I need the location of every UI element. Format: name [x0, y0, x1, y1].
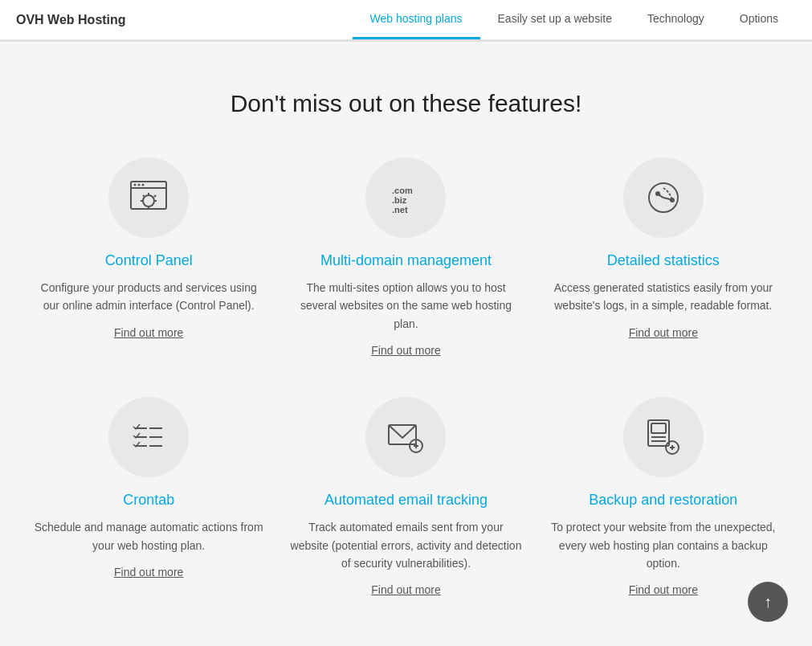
nav-link-easily-set-up-a-website[interactable]: Easily set up a website: [480, 0, 630, 39]
automated-email-icon: [365, 397, 446, 477]
control-panel-title: Control Panel: [105, 252, 193, 269]
nav-brand[interactable]: OVH Web Hosting: [16, 13, 126, 27]
multi-domain-title: Multi-domain management: [320, 252, 492, 269]
svg-point-9: [134, 184, 137, 186]
feature-card-crontab: CrontabSchedule and manage automatic act…: [32, 397, 265, 596]
svg-line-7: [143, 195, 145, 197]
control-panel-description: Configure your products and services usi…: [32, 279, 265, 315]
nav-link-options[interactable]: Options: [722, 0, 796, 39]
control-panel-icon: [108, 157, 189, 238]
crontab-link[interactable]: Find out more: [114, 566, 183, 579]
main-content: Don't miss out on these features! Contro…: [0, 42, 812, 628]
detailed-statistics-description: Access generated statistics easily from …: [547, 279, 780, 315]
backup-restoration-icon: [623, 397, 704, 477]
crontab-title: Crontab: [123, 492, 174, 509]
nav-links: Web hosting plansEasily set up a website…: [353, 0, 796, 39]
backup-restoration-description: To protect your website from the unexpec…: [547, 518, 780, 572]
feature-card-multi-domain: .com .biz .net Multi-domain managementTh…: [289, 157, 522, 357]
multi-domain-icon: .com .biz .net: [365, 157, 446, 238]
automated-email-link[interactable]: Find out more: [371, 583, 440, 596]
navbar: OVH Web Hosting Web hosting plansEasily …: [0, 0, 812, 42]
automated-email-title: Automated email tracking: [324, 492, 488, 509]
svg-text:.net: .net: [392, 205, 408, 215]
detailed-statistics-icon: [623, 157, 704, 238]
backup-restoration-link[interactable]: Find out more: [629, 583, 698, 596]
svg-point-10: [138, 184, 141, 186]
feature-card-control-panel: Control PanelConfigure your products and…: [32, 157, 265, 357]
control-panel-link[interactable]: Find out more: [114, 326, 183, 339]
feature-card-backup-restoration: Backup and restorationTo protect your we…: [547, 397, 780, 596]
crontab-icon: [108, 397, 189, 477]
multi-domain-link[interactable]: Find out more: [371, 344, 440, 357]
section-title: Don't miss out on these features!: [32, 90, 780, 117]
detailed-statistics-title: Detailed statistics: [607, 252, 720, 269]
automated-email-description: Track automated emails sent from your we…: [289, 518, 522, 572]
nav-link-technology[interactable]: Technology: [630, 0, 722, 39]
svg-line-8: [154, 195, 156, 197]
features-grid: Control PanelConfigure your products and…: [32, 157, 780, 596]
feature-card-detailed-statistics: Detailed statisticsAccess generated stat…: [547, 157, 780, 357]
svg-text:.com: .com: [392, 186, 413, 195]
detailed-statistics-link[interactable]: Find out more: [629, 326, 698, 339]
back-to-top-button[interactable]: ↑: [748, 582, 788, 622]
svg-rect-29: [651, 423, 666, 433]
feature-card-automated-email: Automated email trackingTrack automated …: [289, 397, 522, 596]
crontab-description: Schedule and manage automatic actions fr…: [32, 518, 265, 554]
svg-text:.biz: .biz: [392, 195, 407, 205]
svg-point-11: [142, 184, 145, 186]
nav-link-web-hosting-plans[interactable]: Web hosting plans: [353, 0, 480, 39]
multi-domain-description: The multi-sites option allows you to hos…: [289, 279, 522, 333]
backup-restoration-title: Backup and restoration: [589, 492, 737, 509]
svg-point-2: [143, 195, 154, 206]
